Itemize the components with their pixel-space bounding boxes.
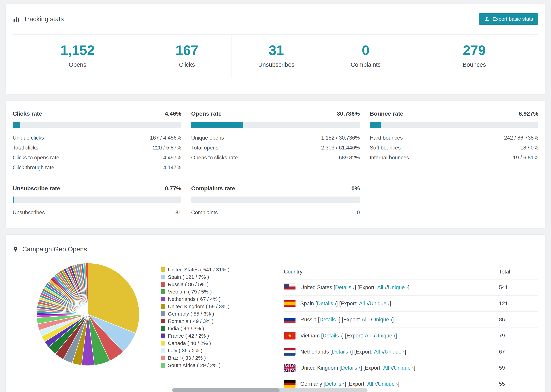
details-link[interactable]: Details › [332,349,351,355]
export-all-link[interactable]: All › [374,349,383,355]
tracking-stats-title: Tracking stats [24,15,64,23]
legend-item-romania[interactable]: Romania ( 49 / 3% ) [161,317,241,325]
rate-block-bounce-rate: Bounce rate6.927%Hard bounces242 / 86.73… [370,110,538,165]
rate-value: 4.46% [165,110,181,117]
legend-swatch [161,363,165,368]
legend-label: Russia ( 86 / 5% ) [168,281,209,287]
metric-value: 19 / 6.81% [513,155,538,161]
country-name: Germany [300,381,322,387]
export-unique-link[interactable]: Unique › [394,365,414,371]
legend-label: South Africa ( 29 / 2% ) [168,362,221,368]
export-unique-link[interactable]: Unique › [378,381,398,387]
geo-table-row-united-states: United States [Details ›] [Export: All ›… [284,280,538,295]
geo-opens-body: United States ( 541 / 31% )Spain ( 121 /… [13,257,538,392]
metric-value: 31 [175,210,181,216]
progress-bar [13,196,181,203]
legend-swatch [161,289,165,294]
metric-value: 4.147% [163,165,181,171]
legend-item-south-africa[interactable]: South Africa ( 29 / 2% ) [161,362,241,369]
details-link[interactable]: Details › [325,381,345,387]
rate-block-opens-rate: Opens rate30.736%Unique opens1,152 / 30.… [191,110,360,165]
legend-item-united-states[interactable]: United States ( 541 / 31% ) [161,266,241,273]
metric-label: Internal bounces [370,155,409,161]
dotted-leader [403,148,518,148]
bar-chart-icon [13,15,20,23]
legend-item-united-kingdom[interactable]: United Kingdom ( 59 / 3% ) [161,303,241,310]
geo-table-row-spain: Spain [Details ›] [Export: All › / Uniqu… [284,295,538,312]
details-link[interactable]: Details › [319,317,339,323]
stat-label: Opens [13,61,142,68]
export-all-link[interactable]: All › [365,333,374,339]
export-all-link[interactable]: All › [361,317,371,323]
stat-value: 0 [321,43,410,57]
export-all-link[interactable]: All › [367,381,376,387]
country-name: Vietnam [300,333,320,339]
stat-value: 1,152 [13,43,142,57]
scrollbar-thumb[interactable] [172,388,280,392]
legend-item-netherlands[interactable]: Netherlands ( 67 / 4% ) [161,295,241,303]
legend-item-canada[interactable]: Canada ( 40 / 2% ) [161,339,241,347]
dotted-leader [40,148,151,148]
progress-bar [370,122,538,128]
legend-item-india[interactable]: India ( 46 / 3% ) [161,325,241,332]
metric-label: Unsubscribes [13,210,45,216]
stat-label: Bounces [410,61,538,68]
metric-value: 18 / 0% [520,145,538,151]
details-link[interactable]: Details › [317,301,336,307]
metric-row: Unsubscribes31 [13,210,181,219]
legend-item-vietnam[interactable]: Vietnam ( 79 / 5% ) [161,288,241,295]
legend-item-italy[interactable]: Italy ( 36 / 2% ) [161,347,241,354]
legend-item-russia[interactable]: Russia ( 86 / 5% ) [161,281,241,288]
metric-value: 2,303 / 61.446% [321,145,360,151]
legend-label: Vietnam ( 79 / 5% ) [168,289,212,295]
metric-row: Unique opens1,152 / 30.736% [191,135,360,145]
export-unique-link[interactable]: Unique › [370,301,390,307]
details-link[interactable]: Details › [341,365,360,371]
legend-label: Spain ( 121 / 7% ) [168,274,209,280]
legend-item-france[interactable]: France ( 42 / 2% ) [161,332,241,339]
stat-label: Clicks [142,61,232,68]
legend-label: Germany ( 55 / 3% ) [168,311,214,317]
legend-label: India ( 46 / 3% ) [168,326,204,331]
legend-item-germany[interactable]: Germany ( 55 / 3% ) [161,310,241,317]
legend-label: Brazil ( 33 / 2% ) [168,355,206,361]
geo-table: Country Total United States [Details ›] … [284,264,538,392]
horizontal-scrollbar[interactable] [172,388,367,392]
flag-russia-icon [284,316,296,323]
export-all-link[interactable]: All › [377,284,386,291]
stats-row: 1,152Opens167Clicks31Unsubscribes0Compla… [13,34,538,78]
export-unique-link[interactable]: Unique › [385,349,405,355]
export-all-link[interactable]: All › [359,301,368,307]
metric-row: Click through rate4.147% [13,165,181,175]
legend-swatch [161,304,165,309]
export-basic-stats-button[interactable]: Export basic stats [479,13,538,25]
metric-value: 167 / 4.456% [150,135,181,141]
export-unique-link[interactable]: Unique › [372,317,392,323]
stat-opens: 1,152Opens [13,35,142,78]
dotted-leader [240,158,337,158]
details-link[interactable]: Details › [335,284,354,291]
rate-value: 0% [352,185,360,192]
export-unique-link[interactable]: Unique › [388,284,408,291]
metric-label: Unique clicks [13,135,44,141]
progress-bar [191,122,360,128]
legend-item-spain[interactable]: Spain ( 121 / 7% ) [161,273,241,281]
progress-fill [191,122,243,128]
legend-item-brazil[interactable]: Brazil ( 33 / 2% ) [161,354,241,362]
legend-swatch [161,275,165,279]
rate-title: Opens rate [191,110,222,117]
export-all-link[interactable]: All › [383,365,392,371]
export-basic-stats-label: Export basic stats [493,16,533,22]
progress-fill [13,196,14,203]
legend-label: United States ( 541 / 31% ) [168,267,229,273]
dotted-leader [411,158,511,158]
export-unique-link[interactable]: Unique › [375,333,396,339]
map-pin-icon [13,245,19,253]
rate-title: Complaints rate [191,185,235,192]
metric-label: Unique opens [191,135,224,141]
flag-united-kingdom-icon [284,364,296,372]
details-link[interactable]: Details › [323,333,342,339]
rate-block-clicks-rate: Clicks rate4.46%Unique clicks167 / 4.456… [13,110,181,175]
dotted-leader [226,138,319,138]
metric-value: 242 / 86.738% [504,135,538,141]
